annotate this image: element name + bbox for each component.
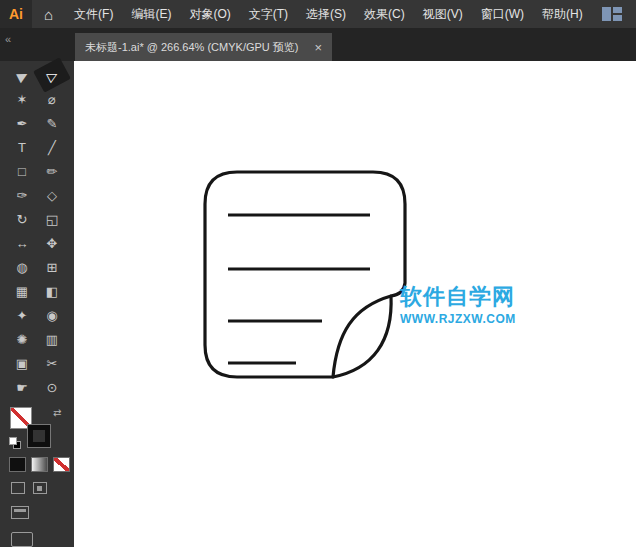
artboard-canvas[interactable]: 软件自学网 WWW.RJZXW.COM xyxy=(74,61,636,547)
close-tab-icon[interactable]: × xyxy=(315,40,323,55)
mesh-tool[interactable]: ▦ xyxy=(7,279,37,303)
note-page-artwork xyxy=(74,61,636,547)
menu-file[interactable]: 文件(F) xyxy=(65,0,122,28)
column-graph-tool[interactable]: ▥ xyxy=(37,327,67,351)
none-paint-button[interactable] xyxy=(53,457,70,472)
color-paint-button[interactable] xyxy=(9,457,26,472)
perspective-grid-tool[interactable]: ⊞ xyxy=(37,255,67,279)
rectangle-tool[interactable]: □ xyxy=(7,159,37,183)
menu-select[interactable]: 选择(S) xyxy=(297,0,355,28)
magic-wand-tool[interactable]: ✶ xyxy=(7,87,37,111)
draw-normal-mode-button[interactable] xyxy=(11,482,25,494)
symbol-sprayer-tool[interactable]: ✺ xyxy=(7,327,37,351)
menu-object[interactable]: 对象(O) xyxy=(180,0,239,28)
gradient-paint-button[interactable] xyxy=(31,457,48,472)
paint-style-buttons xyxy=(0,453,74,472)
shaper-tool[interactable]: ◇ xyxy=(37,183,67,207)
illustrator-logo: Ai xyxy=(0,0,32,28)
hand-tool[interactable]: ☛ xyxy=(7,375,37,399)
menu-items: 文件(F)编辑(E)对象(O)文字(T)选择(S)效果(C)视图(V)窗口(W)… xyxy=(65,0,592,28)
tools-grid: ▶▷✶⌀✒✎T╱□✏✑◇↻◱↔✥◍⊞▦◧✦◉✺▥▣✂☛⊙ xyxy=(0,61,74,399)
type-tool[interactable]: T xyxy=(7,135,37,159)
curvature-tool[interactable]: ✎ xyxy=(37,111,67,135)
menu-edit[interactable]: 编辑(E) xyxy=(122,0,180,28)
workspace-switcher-icon[interactable] xyxy=(602,7,622,21)
menu-effect[interactable]: 效果(C) xyxy=(355,0,414,28)
drawing-mode-buttons xyxy=(0,472,74,494)
pencil-tool[interactable]: ✏ xyxy=(37,159,67,183)
scale-tool[interactable]: ◱ xyxy=(37,207,67,231)
fill-stroke-controls: ⇄ xyxy=(0,405,74,453)
pen-tool[interactable]: ✒ xyxy=(7,111,37,135)
slice-tool[interactable]: ✂ xyxy=(37,351,67,375)
document-tab[interactable]: 未标题-1.ai* @ 266.64% (CMYK/GPU 预览) × xyxy=(75,33,332,61)
swap-fill-stroke-icon[interactable]: ⇄ xyxy=(53,407,61,418)
line-segment-tool[interactable]: ╱ xyxy=(37,135,67,159)
artboard-tool[interactable]: ▣ xyxy=(7,351,37,375)
rotate-tool[interactable]: ↻ xyxy=(7,207,37,231)
eyedropper-tool[interactable]: ✦ xyxy=(7,303,37,327)
screen-mode-button[interactable] xyxy=(11,506,29,519)
zoom-tool[interactable]: ⊙ xyxy=(37,375,67,399)
default-fill-stroke-icon[interactable] xyxy=(9,437,21,449)
watermark-site-url: WWW.RJZXW.COM xyxy=(400,312,516,326)
watermark-site-name: 软件自学网 xyxy=(400,285,516,309)
document-tab-title: 未标题-1.ai* @ 266.64% (CMYK/GPU 预览) xyxy=(85,40,299,55)
menu-bar: Ai ⌂ 文件(F)编辑(E)对象(O)文字(T)选择(S)效果(C)视图(V)… xyxy=(0,0,636,28)
watermark: 软件自学网 WWW.RJZXW.COM xyxy=(400,285,516,326)
paintbrush-tool[interactable]: ✑ xyxy=(7,183,37,207)
home-icon[interactable]: ⌂ xyxy=(32,6,65,23)
draw-behind-mode-button[interactable] xyxy=(33,482,47,494)
gradient-tool[interactable]: ◧ xyxy=(37,279,67,303)
width-tool[interactable]: ↔ xyxy=(7,231,37,255)
menu-help[interactable]: 帮助(H) xyxy=(533,0,592,28)
menu-type[interactable]: 文字(T) xyxy=(240,0,297,28)
menu-view[interactable]: 视图(V) xyxy=(414,0,472,28)
tools-panel: ▶▷✶⌀✒✎T╱□✏✑◇↻◱↔✥◍⊞▦◧✦◉✺▥▣✂☛⊙ ⇄ xyxy=(0,61,74,547)
shape-builder-tool[interactable]: ◍ xyxy=(7,255,37,279)
change-screen-mode-button[interactable] xyxy=(11,532,33,547)
lasso-tool[interactable]: ⌀ xyxy=(37,87,67,111)
stroke-color-swatch[interactable] xyxy=(28,425,50,447)
menu-window[interactable]: 窗口(W) xyxy=(472,0,533,28)
document-tab-bar: « 未标题-1.ai* @ 266.64% (CMYK/GPU 预览) × xyxy=(0,28,636,61)
free-transform-tool[interactable]: ✥ xyxy=(37,231,67,255)
collapse-panel-icon[interactable]: « xyxy=(5,33,10,45)
blend-tool[interactable]: ◉ xyxy=(37,303,67,327)
